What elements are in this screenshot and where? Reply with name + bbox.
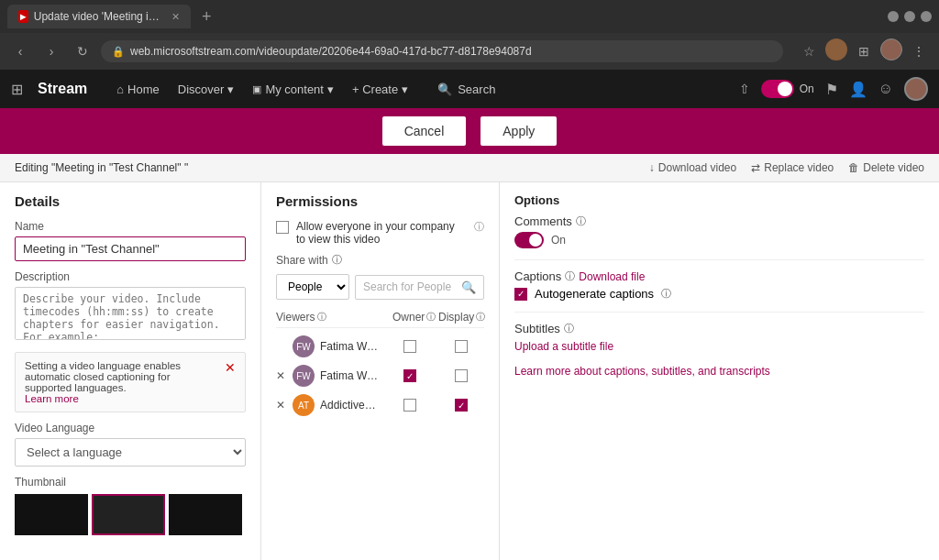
viewer-row-1: ✕ FW Fatima Wahab (fati... (276, 361, 484, 390)
window-controls (888, 11, 932, 22)
info-close-button[interactable]: ✕ (225, 360, 236, 375)
viewer-row-2: ✕ AT AddictiveTips (276, 390, 484, 420)
window-minimize-button[interactable] (888, 11, 899, 22)
nav-my-content[interactable]: ▣ My content ▾ (245, 79, 341, 100)
name-field-group: Name (15, 220, 246, 261)
learn-more-captions-link[interactable]: Learn more about captions, subtitles, an… (514, 365, 770, 378)
user-icon[interactable]: 👤 (849, 81, 867, 98)
viewers-header-row: Viewers ⓘ Owner ⓘ Display ⓘ (276, 307, 484, 328)
allow-everyone-checkbox[interactable] (276, 221, 289, 234)
refresh-button[interactable]: ↻ (70, 38, 95, 64)
user-avatar[interactable] (904, 77, 928, 101)
share-search-box[interactable]: Search for People 🔍 (355, 275, 484, 300)
person-icon[interactable]: ⚑ (825, 81, 838, 98)
thumbnail-item-2[interactable] (92, 494, 165, 535)
thumbnail-label: Thumbnail (15, 476, 246, 489)
replace-video-button[interactable]: ⇄ Replace video (751, 161, 834, 174)
thumbnail-item-3[interactable] (169, 494, 242, 535)
download-video-button[interactable]: ↓ Download video (649, 161, 736, 174)
owner-checkbox-0[interactable] (403, 340, 416, 353)
editing-text: Editing "Meeting in "Test Channel" " (15, 161, 188, 174)
description-textarea[interactable] (15, 287, 246, 340)
viewer-owner-check-2 (387, 399, 433, 412)
emoji-icon[interactable]: ☺ (878, 81, 893, 97)
tab-close-button[interactable]: ✕ (171, 11, 180, 23)
browser-titlebar: ▶ Update video 'Meeting in "Test C... ✕ … (0, 0, 939, 33)
display-info-icon: ⓘ (476, 311, 485, 324)
share-icon[interactable]: ⇧ (739, 82, 750, 96)
autogenerate-row: Autogenerate captions ⓘ (514, 287, 924, 301)
address-bar[interactable]: 🔒 web.microsoftstream.com/videoupdate/20… (101, 40, 783, 62)
display-checkbox-2[interactable] (455, 399, 468, 412)
upload-subtitle-link[interactable]: Upload a subtitle file (514, 340, 613, 353)
comments-option: Comments ⓘ On (514, 214, 924, 248)
nav-discover[interactable]: Discover ▾ (171, 79, 242, 100)
subtitles-label-text: Subtitles (514, 322, 560, 335)
top-toggle[interactable] (761, 80, 794, 98)
allow-everyone-label: Allow everyone in your company to view t… (296, 220, 465, 246)
search-placeholder-text: Search (458, 82, 495, 96)
apply-button[interactable]: Apply (481, 116, 557, 146)
home-icon: ⌂ (116, 82, 124, 96)
forward-button[interactable]: › (39, 38, 64, 64)
divider-2 (514, 312, 924, 313)
viewer-remove-2[interactable]: ✕ (276, 399, 285, 412)
search-bar[interactable]: 🔍 Search (437, 82, 495, 96)
display-col-header: Display ⓘ (438, 311, 484, 324)
panels-container: Details Name Description Setting a video… (0, 182, 939, 560)
bookmark-button[interactable]: ☆ (796, 38, 822, 64)
menu-button[interactable]: ⋮ (906, 38, 932, 64)
viewers-info-icon: ⓘ (317, 311, 326, 324)
owner-label: Owner (392, 311, 425, 324)
profile-button[interactable] (825, 38, 847, 60)
browser-tab[interactable]: ▶ Update video 'Meeting in "Test C... ✕ (7, 5, 191, 28)
owner-col-header: Owner ⓘ (392, 311, 438, 324)
search-people-placeholder: Search for People (363, 280, 451, 293)
app-container: ⊞ Stream ⌂ Home Discover ▾ ▣ My content … (0, 70, 939, 560)
display-checkbox-0[interactable] (455, 340, 468, 353)
window-close-button[interactable] (921, 11, 932, 22)
viewer-avatar-2: AT (293, 394, 315, 416)
thumbnail-item-1[interactable] (15, 494, 88, 535)
my-content-chevron-icon: ▾ (327, 82, 334, 96)
share-type-select[interactable]: People (276, 274, 349, 300)
tab-favicon: ▶ (18, 10, 28, 23)
search-people-icon: 🔍 (461, 280, 476, 294)
url-text: web.microsoftstream.com/videoupdate/2020… (130, 45, 532, 58)
user-avatar-button[interactable] (880, 38, 902, 60)
apps-grid-icon[interactable]: ⊞ (11, 81, 23, 98)
discover-chevron-icon: ▾ (227, 82, 234, 96)
viewer-owner-check-0 (387, 340, 433, 353)
upload-subtitle-link-row: Upload a subtitle file (514, 339, 924, 353)
viewer-avatar-0: FW (293, 335, 315, 357)
browser-window: ▶ Update video 'Meeting in "Test C... ✕ … (0, 0, 939, 560)
extensions-button[interactable]: ⊞ (851, 38, 877, 64)
comments-label-text: Comments (514, 214, 572, 228)
viewers-label: Viewers (276, 311, 315, 324)
language-select[interactable]: Select a language (15, 438, 246, 467)
nav-items: ⌂ Home Discover ▾ ▣ My content ▾ + Creat… (109, 79, 415, 100)
autogenerate-checkbox[interactable] (514, 288, 527, 301)
nav-create[interactable]: + Create ▾ (345, 79, 415, 100)
options-panel: Options Comments ⓘ On (500, 182, 939, 560)
delete-video-button[interactable]: 🗑 Delete video (848, 161, 924, 174)
nav-home[interactable]: ⌂ Home (109, 79, 167, 100)
owner-checkbox-1[interactable] (403, 369, 416, 382)
comments-toggle[interactable] (514, 232, 544, 248)
download-file-link[interactable]: Download file (579, 270, 645, 283)
viewer-row-0: ✕ FW Fatima Wahab (fati... (276, 332, 484, 361)
viewer-display-check-0 (438, 340, 484, 353)
create-chevron-icon: ▾ (402, 82, 408, 96)
viewer-remove-1[interactable]: ✕ (276, 369, 285, 382)
display-checkbox-1[interactable] (455, 369, 468, 382)
autogenerate-label: Autogenerate captions (535, 287, 654, 301)
cancel-button[interactable]: Cancel (382, 116, 467, 146)
download-video-label: Download video (658, 161, 736, 174)
learn-more-link[interactable]: Learn more (25, 393, 79, 404)
name-input[interactable] (15, 236, 246, 261)
back-button[interactable]: ‹ (7, 38, 33, 64)
window-maximize-button[interactable] (904, 11, 915, 22)
my-content-icon: ▣ (252, 83, 261, 95)
owner-checkbox-2[interactable] (403, 399, 416, 412)
new-tab-button[interactable]: + (202, 7, 212, 27)
